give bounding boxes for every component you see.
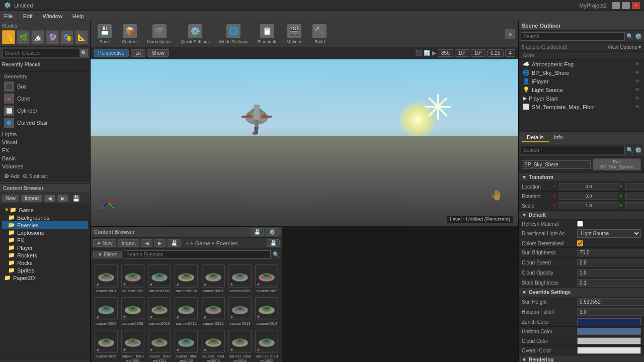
asset-item-saucer0001[interactable]: ★ ★saucer0001 — [93, 263, 119, 295]
tree-item-player[interactable]: 📁 Player — [2, 244, 88, 251]
tree-item-sprites[interactable]: 📁 Sprites — [2, 266, 88, 274]
override-section-header[interactable]: ▼ Override Settings — [519, 288, 644, 297]
marketplace-toolbar-btn[interactable]: 🛒 Marketplace — [144, 23, 175, 46]
outliner-item-player-start[interactable]: ▶ Player Start 👁 — [519, 94, 644, 103]
horizon-falloff-input[interactable] — [577, 308, 644, 316]
player-start-eye-icon[interactable]: 👁 — [635, 96, 640, 101]
scale-x-input[interactable] — [559, 202, 618, 209]
bp-sky-sphere-eye-icon[interactable]: 👁 — [635, 70, 640, 75]
show-btn[interactable]: Show — [147, 49, 169, 57]
search-classes-input[interactable] — [2, 49, 80, 57]
save-toolbar-btn[interactable]: 💾 Save — [94, 23, 116, 46]
tree-item-paper2d[interactable]: 📁 Paper2D — [2, 274, 88, 282]
mode-section-volumes[interactable]: Volumes — [0, 162, 90, 170]
asset-item-saucer_blades0001[interactable]: ★ ★saucer_blades0001 — [147, 328, 173, 362]
overall-color-swatch[interactable] — [577, 347, 641, 354]
geometry-item-cylinder[interactable]: ⬜ Cylinder — [2, 105, 88, 117]
cp-path-home[interactable]: ⌂ — [186, 240, 189, 246]
tree-item-enemies[interactable]: 📂 Enemies — [2, 221, 88, 229]
menu-file[interactable]: File — [2, 13, 15, 19]
cp-import-btn[interactable]: Import — [118, 239, 139, 247]
view-options-outliner-btn[interactable]: View Options ▾ — [607, 44, 641, 50]
mode-section-lights[interactable]: Lights — [0, 130, 90, 138]
bp-edit-btn[interactable]: Edit BP_Sky_Sphere — [593, 158, 641, 170]
outliner-search-input[interactable] — [521, 32, 625, 41]
geometry-item-cone[interactable]: 🔺 Cone — [2, 93, 88, 105]
cp-back-btn[interactable]: ◀ — [141, 239, 152, 247]
sm-template-map-floor-eye-icon[interactable]: 👁 — [635, 104, 640, 110]
menu-window[interactable]: Window — [41, 13, 64, 19]
3d-viewport[interactable]: ✳ — [91, 59, 518, 226]
asset-item-saucer_blades0000[interactable]: ★ ★saucer_blades0000 — [120, 328, 145, 362]
asset-search-input[interactable] — [124, 250, 271, 259]
horizon-color-swatch[interactable] — [577, 328, 641, 335]
asset-item-saucer0010[interactable]: ★ ★saucer0010 — [147, 296, 173, 327]
cloud-speed-input[interactable] — [577, 259, 644, 266]
mode-section-fx[interactable]: FX — [0, 146, 90, 154]
asset-item-saucer0003[interactable]: ★ ★saucer0003 — [147, 263, 173, 295]
mode-tool-6[interactable]: 📐 — [75, 30, 88, 44]
details-tab[interactable]: Details — [522, 133, 549, 142]
rendering-section-header[interactable]: ▼ Rendering — [519, 355, 644, 362]
asset-item-saucer0014[interactable]: ★ ★saucer0014 — [254, 296, 280, 327]
mode-section-visual[interactable]: Visual — [0, 138, 90, 146]
details-search-input[interactable] — [521, 146, 625, 154]
blueprints-toolbar-btn[interactable]: 📋 Blueprints — [254, 23, 280, 46]
content-toolbar-btn[interactable]: 📦 Content — [119, 23, 141, 46]
mode-tool-4[interactable]: 🔮 — [46, 30, 59, 44]
asset-item-saucer0006[interactable]: ★ ★saucer0006 — [227, 263, 253, 295]
info-tab[interactable]: Info — [549, 133, 568, 142]
outliner-search-icon[interactable]: 🔍 — [626, 33, 633, 40]
cloud-color-swatch[interactable] — [577, 337, 641, 344]
subtract-button[interactable]: ⊖ Subtract — [23, 172, 48, 179]
search-classes-icon[interactable]: 🔍 — [80, 49, 88, 57]
outliner-item-atmospheric-fog[interactable]: ☁️ Atmospheric Fog 👁 — [519, 60, 644, 68]
outliner-item-sm-template-map-floor[interactable]: ⬜ SM_Template_Map_Floor 👁 — [519, 103, 644, 111]
iplayer-eye-icon[interactable]: 👁 — [635, 78, 640, 84]
quick-settings-toolbar-btn[interactable]: ⚙️ Quick Settings — [178, 23, 213, 46]
mode-tool-5[interactable]: 🎭 — [60, 30, 73, 44]
tree-item-backgrounds[interactable]: 📁 Backgrounds — [2, 214, 88, 221]
asset-item-saucer0004[interactable]: ★ ★saucer0004 — [174, 263, 199, 295]
maximize-btn[interactable]: □ — [622, 2, 630, 9]
asset-item-saucer0008[interactable]: ★ ★saucer0008 — [93, 296, 119, 327]
cp-new-btn[interactable]: ★ New — [93, 239, 116, 247]
asset-item-saucer_blades0004[interactable]: ★ ★saucer_blades0004 — [227, 328, 253, 362]
toolbar-more-btn[interactable]: » — [505, 29, 515, 39]
asset-item-saucer0007[interactable]: ★ ★saucer0007 — [254, 263, 280, 295]
mode-tool-3[interactable]: 🏔️ — [31, 30, 44, 44]
bp-name-input[interactable] — [522, 160, 591, 169]
tree-item-rocks[interactable]: 📁 Rocks — [2, 259, 88, 266]
sun-brightness-input[interactable] — [577, 249, 644, 256]
asset-item-saucer0012[interactable]: ★ ★saucer0012 — [200, 296, 226, 327]
directional-light-select[interactable]: Light Source — [577, 229, 641, 238]
tree-item-fx[interactable]: 📁 FX — [2, 236, 88, 244]
matinee-toolbar-btn[interactable]: 🎬 Matinee — [283, 23, 305, 46]
import-button[interactable]: Import — [21, 195, 42, 202]
transform-section-header[interactable]: ▼ Transform — [519, 173, 644, 182]
cloud-opacity-input[interactable] — [577, 269, 644, 277]
colors-determined-checkbox[interactable] — [577, 240, 583, 246]
zenith-color-swatch[interactable] — [577, 318, 641, 325]
asset-item-saucer0002[interactable]: ★ ★saucer0002 — [120, 263, 145, 295]
cp-settings-btn[interactable]: ⚙️ — [266, 228, 279, 236]
minimize-btn[interactable]: ─ — [612, 2, 620, 9]
asset-item-saucer0005[interactable]: ★ ★saucer0005 — [200, 263, 226, 295]
add-button[interactable]: ⊕ Add — [4, 172, 20, 179]
forward-button[interactable]: ▶ — [57, 195, 68, 202]
build-toolbar-btn[interactable]: 🔨 Build — [308, 23, 331, 46]
filters-btn[interactable]: ▼ Filters — [93, 251, 122, 258]
mode-tool-2[interactable]: 🌿 — [17, 30, 30, 44]
menu-edit[interactable]: Edit — [21, 13, 35, 19]
stars-brightness-input[interactable] — [577, 279, 644, 287]
asset-item-saucer_blades0002[interactable]: ★ ★saucer_blades0002 — [174, 328, 199, 362]
details-search-icon[interactable]: 🔍 — [626, 147, 633, 153]
default-section-header[interactable]: ▼ Default — [519, 211, 644, 220]
location-x-input[interactable] — [559, 183, 618, 190]
mode-section-basic[interactable]: Basic — [0, 154, 90, 162]
asset-item-saucer0015[interactable]: ★ ★saucer0015 — [93, 328, 119, 362]
atmospheric-fog-eye-icon[interactable]: 👁 — [635, 61, 640, 67]
new-button[interactable]: New — [2, 195, 19, 202]
refresh-material-checkbox[interactable] — [577, 221, 583, 227]
asset-search-icon[interactable]: 🔍 — [273, 251, 280, 258]
